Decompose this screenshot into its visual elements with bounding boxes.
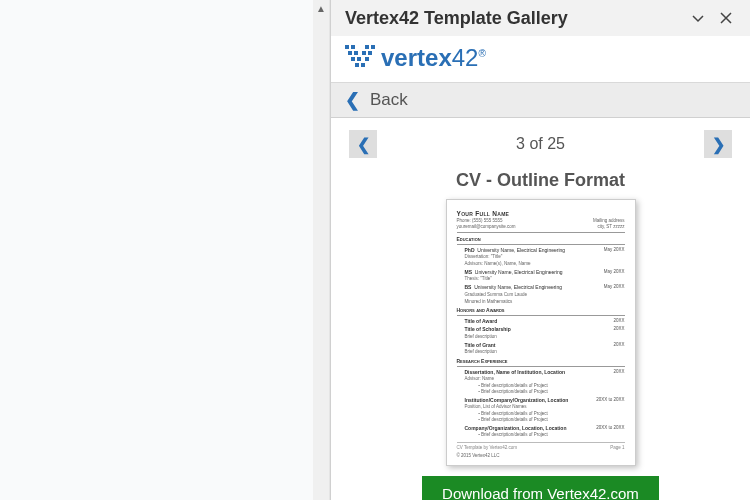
logo-mark-icon [345, 45, 375, 71]
edu-entry: BS University Name, Electrical Engineeri… [457, 284, 625, 304]
research-entry: Institution/Company/Organization, Locati… [457, 397, 625, 423]
preview-copyright: © 2015 Vertex42 LLC [457, 453, 625, 459]
svg-rect-9 [357, 57, 361, 61]
chevron-right-icon: ❯ [712, 135, 725, 154]
svg-rect-1 [351, 45, 355, 49]
left-scrollbar[interactable]: ▲ [313, 0, 329, 500]
pager-next-button[interactable]: ❯ [704, 130, 732, 158]
preview-addr2: city, ST zzzzz [593, 224, 625, 230]
svg-rect-7 [368, 51, 372, 55]
research-entry: Company/Organization, Location, Location… [457, 425, 625, 438]
research-entry: Dissertation, Name of Institution, Locat… [457, 369, 625, 395]
collapse-button[interactable] [684, 6, 712, 30]
section-education: Education [457, 236, 625, 245]
template-title: CV - Outline Format [349, 170, 732, 191]
preview-container: Your Full Name Phone: (555) 555 5555 you… [349, 199, 732, 466]
logo-row: vertex42® [331, 36, 750, 83]
preview-email: youremail@companysite.com [457, 224, 516, 230]
panel-content: ❮ 3 of 25 ❯ CV - Outline Format Your Ful… [331, 118, 750, 500]
close-button[interactable] [712, 6, 740, 30]
svg-rect-12 [361, 63, 365, 67]
honor-entry: Title of Award20XX [457, 318, 625, 325]
pager-label: 3 of 25 [516, 135, 565, 153]
preview-footer-left: CV Template by Vertex42.com [457, 445, 517, 451]
template-gallery-panel: Vertex42 Template Gallery [330, 0, 750, 500]
chevron-left-icon: ❮ [357, 135, 370, 154]
download-button[interactable]: Download from Vertex42.com [422, 476, 659, 500]
logo-text: vertex42® [381, 44, 486, 72]
vertex42-logo: vertex42® [345, 44, 736, 72]
template-preview[interactable]: Your Full Name Phone: (555) 555 5555 you… [446, 199, 636, 466]
chevron-down-icon [691, 11, 705, 25]
svg-rect-0 [345, 45, 349, 49]
close-icon [720, 12, 732, 24]
pager-prev-button[interactable]: ❮ [349, 130, 377, 158]
document-area: ▲ [0, 0, 330, 500]
pager: ❮ 3 of 25 ❯ [349, 130, 732, 158]
chevron-left-icon: ❮ [345, 89, 360, 111]
svg-rect-8 [351, 57, 355, 61]
svg-rect-11 [355, 63, 359, 67]
preview-footer-right: Page 1 [610, 445, 624, 451]
scroll-up-arrow-icon[interactable]: ▲ [313, 0, 329, 16]
honor-entry: Title of GrantBrief description20XX [457, 342, 625, 355]
panel-header: Vertex42 Template Gallery [331, 0, 750, 36]
back-button[interactable]: ❮ Back [331, 83, 750, 118]
honor-entry: Title of ScholarshipBrief description20X… [457, 326, 625, 339]
section-honors: Honors and Awards [457, 307, 625, 316]
svg-rect-2 [365, 45, 369, 49]
edu-entry: PhD University Name, Electrical Engineer… [457, 247, 625, 267]
svg-rect-10 [365, 57, 369, 61]
svg-rect-6 [362, 51, 366, 55]
back-label: Back [370, 90, 408, 110]
svg-rect-5 [354, 51, 358, 55]
panel-title: Vertex42 Template Gallery [345, 8, 684, 29]
svg-rect-3 [371, 45, 375, 49]
section-research: Research Experience [457, 358, 625, 367]
svg-rect-4 [348, 51, 352, 55]
edu-entry: MS University Name, Electrical Engineeri… [457, 269, 625, 282]
preview-name: Your Full Name [457, 210, 625, 218]
